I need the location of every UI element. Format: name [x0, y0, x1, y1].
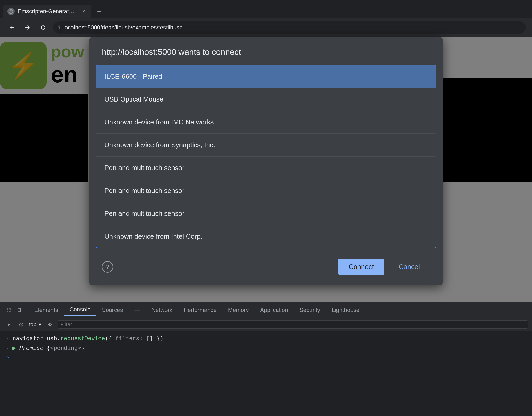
devtools-tab-performance[interactable]: Performance [179, 305, 222, 316]
dialog-footer: ? Connect Cancel [89, 251, 443, 285]
address-bar[interactable]: ℹ localhost:5000/deps/libusb/examples/te… [53, 21, 526, 34]
tab-favicon [7, 8, 15, 15]
dialog-title: http://localhost:5000 wants to connect [102, 47, 241, 57]
console-output-text: ▶ Promise {<pending>} [12, 345, 84, 352]
tab-bar: Emscripten-Generated Code ✕ + [0, 0, 532, 18]
devtools-tab-console[interactable]: Console [64, 304, 96, 316]
devtools-tab-network[interactable]: — [129, 305, 145, 316]
console-input-line: › navigator.usb.requestDevice({ filters:… [6, 336, 526, 342]
back-button[interactable] [6, 22, 18, 33]
devtools-panel: Elements Console Sources — Network Perfo… [0, 302, 532, 416]
console-content: › navigator.usb.requestDevice({ filters:… [0, 331, 532, 365]
forward-button[interactable] [22, 22, 33, 33]
device-item-2[interactable]: Unknown device from IMC Networks [96, 111, 436, 134]
nav-bar: ℹ localhost:5000/deps/libusb/examples/te… [0, 18, 532, 37]
dialog-header: http://localhost:5000 wants to connect [89, 37, 443, 62]
console-prompt: › [6, 354, 10, 361]
devtools-tab-sources[interactable]: Sources [97, 305, 128, 316]
devtools-clear-btn[interactable] [17, 320, 26, 329]
new-tab-button[interactable]: + [94, 6, 105, 17]
devtools-toolbar: top ▼ [0, 318, 532, 331]
console-output-arrow: ‹ [6, 345, 9, 351]
context-label: top [29, 321, 36, 327]
devtools-device-btn[interactable] [15, 305, 24, 315]
device-item-7[interactable]: Unknown device from Intel Corp. [96, 225, 436, 248]
devtools-play-btn[interactable] [4, 320, 14, 329]
active-tab[interactable]: Emscripten-Generated Code ✕ [3, 5, 91, 18]
device-item-0[interactable]: ILCE-6600 - Paired [96, 65, 436, 88]
console-cursor-line: › [6, 354, 526, 361]
device-item-6[interactable]: Pen and multitouch sensor [96, 202, 436, 225]
svg-line-4 [20, 323, 22, 326]
devtools-eye-btn[interactable] [45, 320, 55, 329]
tab-title: Emscripten-Generated Code [18, 8, 77, 15]
devtools-tab-memory[interactable]: Memory [223, 305, 254, 316]
tab-close-button[interactable]: ✕ [80, 8, 87, 15]
browser-chrome: Emscripten-Generated Code ✕ + ℹ localhos… [0, 0, 532, 37]
device-item-3[interactable]: Unknown device from Synaptics, Inc. [96, 134, 436, 157]
device-item-4[interactable]: Pen and multitouch sensor [96, 157, 436, 179]
devtools-tab-lighthouse[interactable]: Lighthouse [326, 305, 365, 316]
devtools-inspect-btn[interactable] [4, 305, 14, 315]
devtools-tab-network-label[interactable]: Network [146, 305, 178, 316]
connect-button[interactable]: Connect [338, 259, 384, 275]
devtools-tab-elements[interactable]: Elements [29, 305, 63, 316]
devtools-tab-security[interactable]: Security [294, 305, 325, 316]
context-selector[interactable]: top ▼ [29, 321, 42, 327]
device-list: ILCE-6600 - Paired USB Optical Mouse Unk… [96, 65, 436, 248]
console-filter-input[interactable] [58, 320, 528, 329]
console-output-line: ‹ ▶ Promise {<pending>} [6, 345, 526, 352]
context-chevron: ▼ [38, 322, 42, 327]
devtools-tabs: Elements Console Sources — Network Perfo… [0, 302, 532, 318]
device-item-5[interactable]: Pen and multitouch sensor [96, 179, 436, 202]
reload-button[interactable] [37, 22, 49, 33]
url-text: localhost:5000/deps/libusb/examples/test… [63, 24, 183, 31]
console-input-text: navigator.usb.requestDevice({ filters: [… [12, 336, 163, 342]
security-icon: ℹ [58, 24, 60, 31]
cancel-button[interactable]: Cancel [388, 259, 430, 275]
dialog-buttons: Connect Cancel [338, 259, 430, 275]
devtools-tab-application[interactable]: Application [255, 305, 293, 316]
console-keyword-navigator: navigator [12, 336, 43, 342]
help-icon[interactable]: ? [102, 261, 113, 273]
usb-device-dialog: http://localhost:5000 wants to connect I… [89, 37, 443, 285]
console-input-arrow: › [6, 336, 9, 342]
device-item-1[interactable]: USB Optical Mouse [96, 88, 436, 111]
